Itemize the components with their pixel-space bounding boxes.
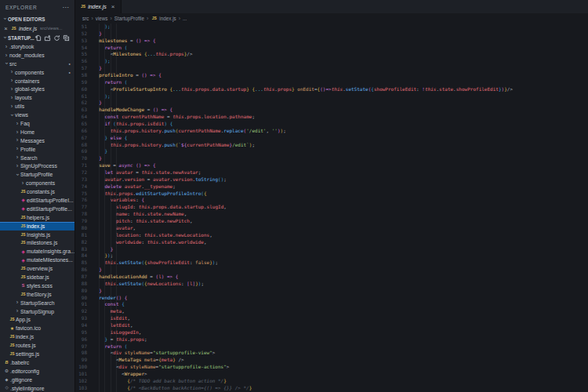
code-line[interactable]: 71 save = async () => { [75,162,588,169]
code-line[interactable]: 54 return ( [75,45,588,52]
line-number[interactable]: 56 [75,58,93,65]
tree-item[interactable]: ›StartupSignup [0,307,74,316]
chevron-right-icon[interactable]: › [14,308,20,314]
tree-item[interactable]: ›node_modules [0,51,74,60]
code-line[interactable]: 66 this.props.history.push(currentPathNa… [75,128,588,135]
chevron-right-icon[interactable]: › [9,95,15,101]
line-number[interactable]: 62 [75,100,93,107]
tree-item[interactable]: ›StartupProfile [0,170,74,179]
line-number[interactable]: 60 [75,86,93,93]
tree-item[interactable]: ›views [0,111,74,119]
tree-item[interactable]: ◇.stylelintignore [0,384,74,392]
tree-item[interactable]: ›global-styles [0,85,74,93]
chevron-right-icon[interactable]: › [9,86,15,93]
code-line[interactable]: 58 profileIntro = () => { [75,72,588,79]
code-line[interactable]: 79 pitch: this.state.newPitch, [75,218,588,225]
line-number[interactable]: 90 [75,295,93,302]
tree-item[interactable]: ›.storybook [0,42,74,51]
chevron-down-icon[interactable]: › [14,172,20,178]
line-number[interactable]: 100 [75,364,93,371]
chevron-right-icon[interactable]: › [14,146,20,152]
line-number[interactable]: 101 [75,371,93,378]
chevron-down-icon[interactable]: › [9,112,15,118]
collapse-all-icon[interactable] [63,34,70,42]
close-icon[interactable]: × [111,3,115,10]
code-line[interactable]: 98 <div styleName="startupprofile-view"> [75,350,588,357]
line-number[interactable]: 58 [75,72,93,79]
code-line[interactable]: 65 if (this.props.isEdit) { [75,121,588,128]
line-number[interactable]: 78 [75,211,93,218]
code-line[interactable]: 61 ); [75,93,588,100]
tree-item[interactable]: JSsettings.js [0,350,74,358]
tree-item[interactable]: ★favicon.ico [0,324,74,332]
line-number[interactable]: 55 [75,51,93,58]
code-line[interactable]: 96 } = this.props; [75,336,588,343]
line-number[interactable]: 79 [75,218,93,225]
code-line[interactable]: 84 }); [75,252,588,260]
chevron-right-icon[interactable]: › [9,69,15,75]
chevron-right-icon[interactable]: › [9,78,15,84]
tree-item[interactable]: Sstyles.scss [0,281,74,290]
breadcrumb-item[interactable]: src [82,16,89,21]
tree-item[interactable]: JSindex.js [0,332,74,341]
line-number[interactable]: 85 [75,260,93,267]
code-line[interactable]: 86 } [75,267,588,274]
tree-item[interactable]: ›Home [0,128,74,136]
code-line[interactable]: 70 } [75,155,588,162]
line-number[interactable]: 67 [75,135,93,142]
code-line[interactable]: 63 handleModeChange = () => { [75,107,588,114]
line-number[interactable]: 70 [75,155,93,162]
code-line[interactable]: 93 isEdit, [75,315,588,322]
code-line[interactable]: 89 } [75,288,588,295]
code-line[interactable]: 69 } [75,148,588,155]
line-number[interactable]: 89 [75,288,93,295]
line-number[interactable]: 52 [75,31,93,38]
tree-item[interactable]: ›components● [0,68,74,77]
code-line[interactable]: 76 variables: { [75,197,588,204]
code-line[interactable]: 78 name: this.state.newName, [75,211,588,218]
line-number[interactable]: 102 [75,378,93,385]
tree-item[interactable]: ›src● [0,60,74,68]
code-line[interactable]: 72 let avatar = this.state.newAvatar; [75,169,588,176]
tree-item[interactable]: ›Messages [0,136,74,145]
code-line[interactable]: 87 handleLocationAdd = (l) => { [75,274,588,281]
chevron-right-icon[interactable]: › [20,180,26,187]
code-line[interactable]: 57 } [75,65,588,72]
line-number[interactable]: 98 [75,350,93,357]
tree-item[interactable]: JSInsights.js [0,230,74,239]
open-editor-item[interactable]: × JS index.js src/views... [0,24,74,33]
code-line[interactable]: 82 worldwide: this.state.worldwide, [75,239,588,246]
code-line[interactable]: 60 <ProfileStartupIntro {...this.props.d… [75,86,588,93]
line-number[interactable]: 94 [75,322,93,329]
chevron-right-icon[interactable]: › [14,154,20,161]
tree-item[interactable]: ◈editStartupProfile... [0,205,74,213]
tree-item[interactable]: JSroutes.js [0,341,74,350]
tree-item[interactable]: ›StartupSearch [0,299,74,307]
line-number[interactable]: 71 [75,162,93,169]
line-number[interactable]: 51 [75,24,93,31]
line-number[interactable]: 64 [75,114,93,121]
refresh-icon[interactable] [53,34,60,42]
line-number[interactable]: 95 [75,329,93,336]
code-line[interactable]: 74 delete avatar.__typename; [75,183,588,191]
line-number[interactable]: 96 [75,336,93,343]
code-line[interactable]: 56 ); [75,58,588,65]
line-number[interactable]: 99 [75,357,93,364]
line-number[interactable]: 81 [75,232,93,239]
code-line[interactable]: 55 <Milestones {...this.props}/> [75,51,588,58]
code-line[interactable]: 64 const currentPathName = this.props.lo… [75,114,588,121]
tree-item[interactable]: ⚙.editorconfig [0,367,74,376]
tree-item[interactable]: JSoverview.js [0,264,74,273]
workspace-header[interactable]: › STARTUP... [0,33,74,42]
chevron-right-icon[interactable]: › [14,121,20,127]
line-number[interactable]: 91 [75,301,93,308]
line-number[interactable]: 88 [75,281,93,288]
code-line[interactable]: 75 this.props.editStartupProfileIntro({ [75,191,588,198]
new-folder-icon[interactable] [44,34,51,42]
line-number[interactable]: 103 [75,385,93,392]
code-line[interactable]: 73 avatar.version = avatar.version.toStr… [75,176,588,183]
line-number[interactable]: 54 [75,45,93,52]
close-icon[interactable]: × [3,25,9,32]
tree-item[interactable]: ›Profile [0,145,74,154]
code-line[interactable]: 51 ); [75,24,588,31]
